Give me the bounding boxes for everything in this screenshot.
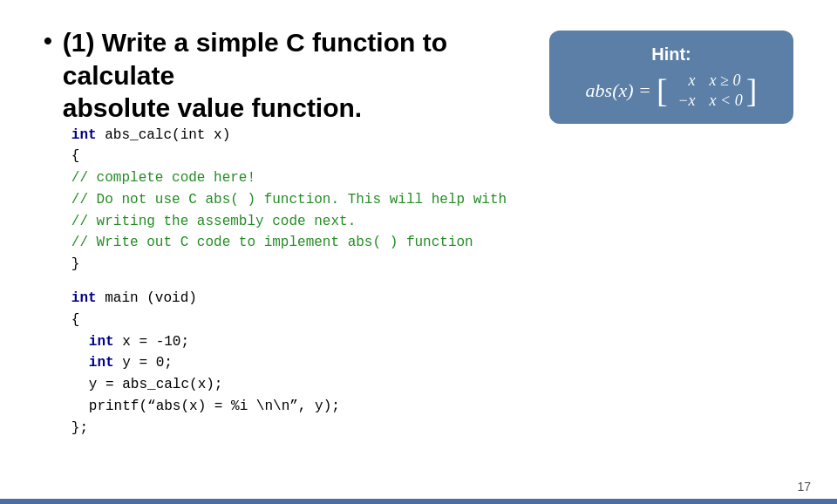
bullet-dot: • [44, 26, 52, 56]
code-line-5: // writing the assembly code next. [71, 211, 793, 233]
code-line-2: { [71, 146, 793, 167]
title-line2: absolute value function. [63, 92, 532, 125]
code-line11-rest: x = -10; [114, 334, 189, 350]
case-row-1: x x ≥ 0 [671, 72, 743, 90]
title-line1: (1) Write a simple C function to calcula… [63, 26, 532, 92]
code-line-11: int x = -10; [71, 331, 793, 353]
keyword-int-1: int [71, 127, 97, 143]
hint-label: Hint: [568, 44, 774, 65]
code-line-7: } [71, 254, 793, 276]
title-text: (1) Write a simple C function to calcula… [63, 26, 532, 125]
hint-box: Hint: abs(x) = [ x x ≥ 0 −x [549, 31, 793, 124]
case2-val: −x [671, 92, 696, 110]
slide-number: 17 [797, 480, 811, 494]
code-line-12: int y = 0; [71, 352, 793, 374]
hint-formula: abs(x) = [ x x ≥ 0 −x x < 0 [568, 72, 774, 110]
title-block: (1) Write a simple C function to calcula… [63, 26, 793, 439]
keyword-int-3: int [89, 334, 114, 350]
code-line-4: // Do not use C abs( ) function. This wi… [71, 189, 793, 211]
code-line1-rest: abs_calc(int x) [97, 127, 231, 143]
top-section: (1) Write a simple C function to calcula… [63, 26, 793, 125]
code-blank [71, 276, 793, 288]
code-line-9: int main (void) [71, 288, 793, 310]
code-line-10: { [71, 310, 793, 331]
code-line-15: }; [71, 418, 793, 439]
code-line-6: // Write out C code to implement abs( ) … [71, 232, 793, 254]
slide: • (1) Write a simple C function to calcu… [0, 0, 837, 504]
code-line-13: y = abs_calc(x); [71, 374, 793, 396]
code-block: int abs_calc(int x) { // complete code h… [71, 125, 793, 439]
left-bracket-icon: [ [657, 74, 668, 107]
case-row-2: −x x < 0 [671, 92, 743, 110]
matrix-cases: x x ≥ 0 −x x < 0 [671, 72, 743, 110]
code-line-3: // complete code here! [71, 167, 793, 189]
keyword-int-4: int [89, 355, 114, 371]
code-line12-rest: y = 0; [114, 355, 173, 371]
keyword-int-2: int [71, 290, 97, 306]
code-line-1: int abs_calc(int x) [71, 125, 793, 146]
bracket-container: [ x x ≥ 0 −x x < 0 [657, 72, 757, 110]
case1-cond: x ≥ 0 [710, 72, 741, 90]
bottom-bar [0, 499, 837, 504]
formula-lhs: abs(x) = [586, 79, 651, 102]
bullet-point: • (1) Write a simple C function to calcu… [44, 26, 793, 439]
case1-val: x [671, 72, 696, 90]
code-line9-rest: main (void) [97, 290, 197, 306]
right-bracket-icon: ] [746, 74, 758, 107]
code-line-14: printf(“abs(x) = %i \n\n”, y); [71, 396, 793, 418]
case2-cond: x < 0 [710, 92, 743, 110]
